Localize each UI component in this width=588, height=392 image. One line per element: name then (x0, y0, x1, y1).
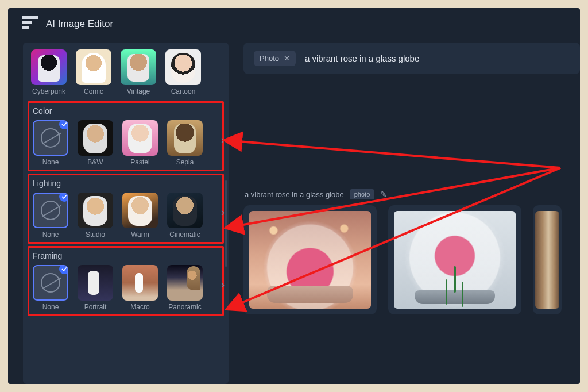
lighting-option-studio[interactable]: Studio (78, 193, 113, 239)
styles-panel: Cyberpunk Comic Vintage Cartoon (23, 43, 229, 384)
app-title: AI Image Editor (46, 18, 113, 30)
generation-header: a vibrant rose in a glass globe photo ✎ (243, 189, 580, 199)
none-icon (33, 265, 68, 301)
style-thumb-icon (122, 265, 158, 301)
main-area: Photo ✕ a vibrant rose in a glass globe … (229, 43, 580, 384)
style-thumb-icon (167, 265, 203, 301)
selected-check-icon (59, 265, 68, 274)
framing-option-macro[interactable]: Macro (122, 265, 158, 311)
style-thumb-icon (78, 120, 113, 156)
app-logo-icon (22, 16, 38, 32)
section-title-framing: Framing (33, 251, 219, 260)
style-thumb-icon (167, 120, 203, 156)
color-option-pastel[interactable]: Pastel (122, 120, 158, 166)
app-body: Cyberpunk Comic Vintage Cartoon (8, 43, 580, 384)
none-icon (33, 193, 68, 228)
close-icon[interactable]: ✕ (284, 54, 290, 63)
chevron-right-icon[interactable]: › (221, 134, 225, 146)
results-row (243, 205, 580, 314)
none-icon (33, 120, 68, 156)
section-title-color: Color (33, 106, 219, 116)
result-image (394, 211, 516, 309)
style-option-comic[interactable]: Comic (76, 49, 111, 95)
result-card[interactable] (388, 205, 521, 314)
result-card[interactable] (533, 205, 562, 314)
app-window: AI Image Editor Cyberpunk Comic (8, 8, 580, 384)
generation-tag-badge: photo (350, 189, 375, 199)
framing-option-none[interactable]: None (33, 265, 68, 311)
style-option-cyberpunk[interactable]: Cyberpunk (31, 49, 67, 95)
lighting-option-cinematic[interactable]: Cinematic (167, 193, 203, 239)
color-option-none[interactable]: None (33, 120, 68, 166)
selected-check-icon (59, 193, 68, 202)
style-row-top: Cyberpunk Comic Vintage Cartoon (23, 45, 229, 99)
style-thumb-icon (165, 49, 201, 85)
style-thumb-icon (31, 49, 67, 85)
prompt-tag-label: Photo (260, 54, 279, 63)
color-option-bw[interactable]: B&W (78, 120, 113, 166)
generation-prompt-echo: a vibrant rose in a glass globe (245, 190, 344, 199)
annotation-highlight-framing: Framing None (28, 246, 224, 316)
app-header: AI Image Editor (8, 8, 580, 43)
section-title-lighting: Lighting (33, 179, 219, 188)
lighting-option-warm[interactable]: Warm (122, 193, 158, 239)
style-thumb-icon (122, 193, 158, 228)
chevron-right-icon[interactable]: › (221, 279, 225, 291)
annotation-highlight-color: Color None (28, 101, 224, 171)
style-thumb-icon (122, 120, 158, 156)
style-thumb-icon (78, 193, 113, 228)
result-image (249, 211, 371, 309)
result-card[interactable] (243, 205, 377, 314)
result-image (535, 211, 559, 309)
style-thumb-icon (121, 49, 156, 85)
framing-option-panoramic[interactable]: Panoramic (167, 265, 203, 311)
selected-check-icon (59, 120, 68, 129)
style-thumb-icon (76, 49, 111, 85)
style-option-vintage[interactable]: Vintage (121, 49, 156, 95)
chevron-right-icon[interactable]: › (221, 206, 225, 218)
prompt-tag[interactable]: Photo ✕ (254, 51, 296, 66)
sidebar-scrollbar[interactable] (225, 180, 227, 267)
lighting-option-none[interactable]: None (33, 193, 68, 239)
style-thumb-icon (78, 265, 113, 301)
annotation-highlight-lighting: Lighting None (28, 174, 224, 244)
color-option-sepia[interactable]: Sepia (167, 120, 203, 166)
framing-option-portrait[interactable]: Portrait (78, 265, 113, 311)
sidebar: Cyberpunk Comic Vintage Cartoon (8, 43, 229, 384)
style-option-cartoon[interactable]: Cartoon (165, 49, 201, 95)
prompt-text: a vibrant rose in a glass globe (305, 53, 419, 63)
prompt-bar[interactable]: Photo ✕ a vibrant rose in a glass globe (243, 43, 580, 74)
pencil-icon[interactable]: ✎ (380, 190, 387, 199)
style-thumb-icon (167, 193, 203, 228)
